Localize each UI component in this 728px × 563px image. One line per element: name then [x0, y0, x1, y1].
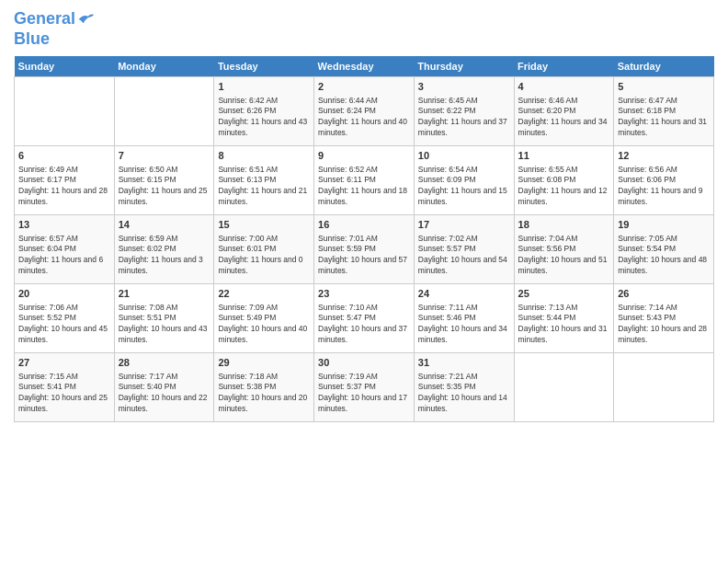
day-info: Sunset: 5:43 PM [618, 313, 710, 324]
calendar-cell [614, 353, 714, 422]
day-info: Daylight: 10 hours and 14 minutes. [418, 393, 510, 415]
calendar-cell: 15Sunrise: 7:00 AMSunset: 6:01 PMDayligh… [214, 215, 314, 284]
day-number: 6 [18, 149, 110, 163]
day-number: 11 [518, 149, 610, 163]
day-number: 27 [18, 356, 110, 370]
col-header-saturday: Saturday [614, 56, 714, 77]
day-number: 2 [318, 80, 410, 94]
day-info: Sunrise: 7:01 AM [318, 234, 410, 245]
day-info: Sunset: 5:47 PM [318, 313, 410, 324]
day-number: 10 [418, 149, 510, 163]
day-number: 3 [418, 80, 510, 94]
day-info: Sunset: 6:04 PM [18, 244, 110, 255]
calendar-cell: 24Sunrise: 7:11 AMSunset: 5:46 PMDayligh… [414, 284, 514, 353]
day-info: Daylight: 11 hours and 43 minutes. [218, 117, 310, 139]
calendar-cell: 8Sunrise: 6:51 AMSunset: 6:13 PMDaylight… [214, 146, 314, 215]
calendar-cell: 25Sunrise: 7:13 AMSunset: 5:44 PMDayligh… [514, 284, 614, 353]
day-info: Sunrise: 6:51 AM [218, 165, 310, 176]
calendar-cell: 23Sunrise: 7:10 AMSunset: 5:47 PMDayligh… [314, 284, 415, 353]
day-info: Daylight: 10 hours and 54 minutes. [418, 255, 510, 277]
day-info: Sunset: 6:09 PM [418, 175, 510, 186]
calendar-cell: 9Sunrise: 6:52 AMSunset: 6:11 PMDaylight… [314, 146, 415, 215]
day-info: Sunset: 6:15 PM [119, 175, 210, 186]
day-number: 13 [18, 218, 110, 232]
day-number: 4 [518, 80, 610, 94]
day-info: Sunset: 5:35 PM [418, 382, 510, 393]
day-number: 16 [318, 218, 410, 232]
calendar-cell: 11Sunrise: 6:55 AMSunset: 6:08 PMDayligh… [514, 146, 614, 215]
day-info: Daylight: 11 hours and 40 minutes. [318, 117, 410, 139]
day-info: Daylight: 11 hours and 28 minutes. [18, 186, 110, 208]
day-info: Daylight: 11 hours and 34 minutes. [518, 117, 610, 139]
day-info: Sunset: 5:59 PM [318, 244, 410, 255]
day-info: Sunset: 5:44 PM [518, 313, 610, 324]
day-info: Daylight: 10 hours and 43 minutes. [119, 324, 210, 346]
day-number: 21 [119, 287, 210, 301]
calendar-week-row: 20Sunrise: 7:06 AMSunset: 5:52 PMDayligh… [15, 284, 714, 353]
day-info: Sunset: 6:02 PM [119, 244, 210, 255]
main-container: General Blue SundayMondayTuesdayWednesda… [0, 0, 728, 427]
day-info: Sunrise: 7:09 AM [218, 303, 310, 314]
day-info: Sunset: 5:57 PM [418, 244, 510, 255]
day-info: Sunrise: 7:18 AM [218, 372, 310, 383]
day-info: Sunrise: 6:54 AM [418, 165, 510, 176]
header: General Blue [14, 9, 714, 49]
day-info: Sunset: 6:06 PM [618, 175, 710, 186]
day-info: Daylight: 11 hours and 15 minutes. [418, 186, 510, 208]
calendar-cell: 2Sunrise: 6:44 AMSunset: 6:24 PMDaylight… [314, 77, 415, 146]
day-number: 19 [618, 218, 710, 232]
day-number: 25 [518, 287, 610, 301]
day-info: Daylight: 10 hours and 20 minutes. [218, 393, 310, 415]
day-info: Sunset: 6:13 PM [218, 175, 310, 186]
calendar-header-row: SundayMondayTuesdayWednesdayThursdayFrid… [15, 56, 714, 77]
col-header-sunday: Sunday [15, 56, 115, 77]
day-info: Sunrise: 7:21 AM [418, 372, 510, 383]
day-number: 14 [119, 218, 210, 232]
logo-text-blue: Blue [14, 29, 96, 50]
calendar-cell: 5Sunrise: 6:47 AMSunset: 6:18 PMDaylight… [614, 77, 714, 146]
day-number: 15 [218, 218, 310, 232]
day-number: 31 [418, 356, 510, 370]
day-number: 29 [218, 356, 310, 370]
day-number: 28 [119, 356, 210, 370]
calendar-cell: 20Sunrise: 7:06 AMSunset: 5:52 PMDayligh… [15, 284, 115, 353]
col-header-thursday: Thursday [414, 56, 514, 77]
day-info: Sunrise: 7:10 AM [318, 303, 410, 314]
calendar-cell: 28Sunrise: 7:17 AMSunset: 5:40 PMDayligh… [114, 353, 214, 422]
day-info: Daylight: 10 hours and 48 minutes. [618, 255, 710, 277]
calendar-week-row: 27Sunrise: 7:15 AMSunset: 5:41 PMDayligh… [15, 353, 714, 422]
day-info: Sunrise: 7:19 AM [318, 372, 410, 383]
calendar-week-row: 1Sunrise: 6:42 AMSunset: 6:26 PMDaylight… [15, 77, 714, 146]
day-info: Daylight: 11 hours and 0 minutes. [218, 255, 310, 277]
day-info: Sunrise: 7:14 AM [618, 303, 710, 314]
day-info: Sunrise: 6:44 AM [318, 96, 410, 107]
day-info: Sunset: 6:11 PM [318, 175, 410, 186]
day-info: Daylight: 10 hours and 45 minutes. [18, 324, 110, 346]
calendar-cell: 26Sunrise: 7:14 AMSunset: 5:43 PMDayligh… [614, 284, 714, 353]
col-header-monday: Monday [114, 56, 214, 77]
calendar-cell: 7Sunrise: 6:50 AMSunset: 6:15 PMDaylight… [114, 146, 214, 215]
day-info: Sunset: 5:40 PM [119, 382, 210, 393]
logo: General Blue [14, 9, 96, 49]
day-info: Sunset: 5:54 PM [618, 244, 710, 255]
day-info: Daylight: 11 hours and 37 minutes. [418, 117, 510, 139]
day-info: Sunrise: 7:02 AM [418, 234, 510, 245]
day-number: 17 [418, 218, 510, 232]
calendar-cell: 19Sunrise: 7:05 AMSunset: 5:54 PMDayligh… [614, 215, 714, 284]
day-number: 23 [318, 287, 410, 301]
day-number: 26 [618, 287, 710, 301]
calendar-cell: 31Sunrise: 7:21 AMSunset: 5:35 PMDayligh… [414, 353, 514, 422]
day-info: Sunrise: 6:45 AM [418, 96, 510, 107]
day-info: Sunset: 6:01 PM [218, 244, 310, 255]
day-info: Sunset: 5:38 PM [218, 382, 310, 393]
day-info: Daylight: 11 hours and 31 minutes. [618, 117, 710, 139]
day-info: Sunset: 5:41 PM [18, 382, 110, 393]
day-info: Daylight: 11 hours and 9 minutes. [618, 186, 710, 208]
day-info: Daylight: 10 hours and 22 minutes. [119, 393, 210, 415]
day-info: Daylight: 10 hours and 34 minutes. [418, 324, 510, 346]
day-number: 30 [318, 356, 410, 370]
day-info: Daylight: 10 hours and 28 minutes. [618, 324, 710, 346]
day-number: 18 [518, 218, 610, 232]
day-info: Sunset: 6:24 PM [318, 106, 410, 117]
day-info: Sunrise: 7:06 AM [18, 303, 110, 314]
